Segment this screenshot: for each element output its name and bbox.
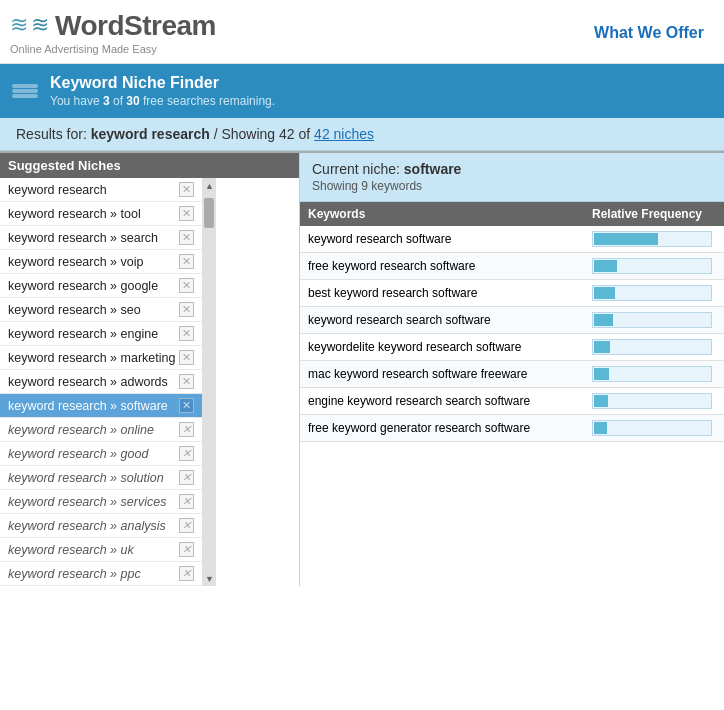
sidebar-item[interactable]: keyword research » uk✕: [0, 538, 202, 562]
frequency-bar-container: [592, 366, 712, 382]
logo-text: WordStream: [55, 10, 216, 42]
current-niche-name: software: [404, 161, 462, 177]
frequency-bar-fill: [594, 341, 610, 353]
keyword-cell: keyword research search software: [300, 307, 584, 334]
sidebar-item[interactable]: keyword research » solution✕: [0, 466, 202, 490]
total-niches-link[interactable]: 42 niches: [314, 126, 374, 142]
sidebar-item-close[interactable]: ✕: [179, 326, 194, 341]
banner-waves-icon: [12, 84, 38, 98]
sidebar-item-label: keyword research » services: [8, 495, 166, 509]
sidebar-item-label: keyword research » analysis: [8, 519, 166, 533]
keyword-cell: engine keyword research search software: [300, 388, 584, 415]
sidebar-scrollbar[interactable]: ▲ ▼: [202, 178, 216, 586]
sidebar-item-close[interactable]: ✕: [179, 182, 194, 197]
results-bar: Results for: keyword research / Showing …: [0, 118, 724, 151]
keyword-cell: mac keyword research software freeware: [300, 361, 584, 388]
frequency-bar-fill: [594, 260, 617, 272]
col-frequency: Relative Frequency: [584, 202, 724, 226]
keyword-cell: keywordelite keyword research software: [300, 334, 584, 361]
frequency-cell: [584, 226, 724, 253]
frequency-bar-fill: [594, 395, 608, 407]
sidebar-item-close[interactable]: ✕: [179, 566, 194, 581]
keyword-cell: free keyword generator research software: [300, 415, 584, 442]
logo-tagline: Online Advertising Made Easy: [10, 43, 157, 55]
tool-subtitle: You have 3 of 30 free searches remaining…: [50, 94, 708, 108]
frequency-cell: [584, 388, 724, 415]
sidebar-item-close[interactable]: ✕: [179, 446, 194, 461]
sidebar-item[interactable]: keyword research » marketing✕: [0, 346, 202, 370]
sidebar-item-close[interactable]: ✕: [179, 470, 194, 485]
frequency-bar-container: [592, 285, 712, 301]
sidebar-item-close[interactable]: ✕: [179, 422, 194, 437]
frequency-cell: [584, 307, 724, 334]
sidebar-item-label: keyword research » software: [8, 399, 168, 413]
sidebar-item-close[interactable]: ✕: [179, 302, 194, 317]
sidebar-item-label: keyword research » seo: [8, 303, 141, 317]
frequency-cell: [584, 253, 724, 280]
sidebar-item[interactable]: keyword research » good✕: [0, 442, 202, 466]
niche-title: Current niche: software: [312, 161, 712, 177]
sidebar-item[interactable]: keyword research » search✕: [0, 226, 202, 250]
sidebar-item[interactable]: keyword research » adwords✕: [0, 370, 202, 394]
table-row: mac keyword research software freeware: [300, 361, 724, 388]
sidebar-item-close[interactable]: ✕: [179, 206, 194, 221]
sidebar-item[interactable]: keyword research » seo✕: [0, 298, 202, 322]
sidebar-item-label: keyword research » marketing: [8, 351, 175, 365]
sidebar-item-close[interactable]: ✕: [179, 542, 194, 557]
sidebar-item-close[interactable]: ✕: [179, 398, 194, 413]
what-we-offer-link[interactable]: What We Offer: [594, 24, 704, 42]
niche-header: Current niche: software Showing 9 keywor…: [300, 153, 724, 202]
sidebar-item-label: keyword research » ppc: [8, 567, 141, 581]
frequency-bar-fill: [594, 287, 615, 299]
tool-title: Keyword Niche Finder: [50, 74, 708, 92]
searches-remaining: 3: [103, 94, 110, 108]
sidebar-item-label: keyword research » good: [8, 447, 148, 461]
sidebar-item[interactable]: keyword research » voip✕: [0, 250, 202, 274]
frequency-bar-container: [592, 420, 712, 436]
table-row: engine keyword research search software: [300, 388, 724, 415]
keyword-cell: keyword research software: [300, 226, 584, 253]
frequency-bar-container: [592, 258, 712, 274]
scroll-down-arrow[interactable]: ▼: [205, 573, 214, 586]
sidebar-item[interactable]: keyword research✕: [0, 178, 202, 202]
sidebar-item[interactable]: keyword research » tool✕: [0, 202, 202, 226]
sidebar-item-close[interactable]: ✕: [179, 374, 194, 389]
sidebar-scroll-wrapper: keyword research✕keyword research » tool…: [0, 178, 299, 586]
sidebar-item-close[interactable]: ✕: [179, 494, 194, 509]
sidebar-item-label: keyword research: [8, 183, 107, 197]
sidebar-item[interactable]: keyword research » google✕: [0, 274, 202, 298]
sidebar-item[interactable]: keyword research » engine✕: [0, 322, 202, 346]
sidebar-item[interactable]: keyword research » ppc✕: [0, 562, 202, 586]
frequency-bar-container: [592, 312, 712, 328]
logo-waves-icon: ≋ ≋: [10, 14, 49, 36]
table-row: keywordelite keyword research software: [300, 334, 724, 361]
frequency-bar-fill: [594, 314, 613, 326]
showing-count: 42: [279, 126, 295, 142]
table-row: free keyword generator research software: [300, 415, 724, 442]
sidebar-item[interactable]: keyword research » services✕: [0, 490, 202, 514]
frequency-cell: [584, 280, 724, 307]
sidebar-item-close[interactable]: ✕: [179, 350, 194, 365]
sidebar-item-label: keyword research » search: [8, 231, 158, 245]
searches-total: 30: [126, 94, 139, 108]
sidebar-item-label: keyword research » tool: [8, 207, 141, 221]
frequency-bar-container: [592, 393, 712, 409]
frequency-cell: [584, 415, 724, 442]
sidebar-item-close[interactable]: ✕: [179, 230, 194, 245]
col-keywords: Keywords: [300, 202, 584, 226]
frequency-cell: [584, 334, 724, 361]
sidebar-item-label: keyword research » engine: [8, 327, 158, 341]
sidebar-item[interactable]: keyword research » software✕: [0, 394, 202, 418]
page-header: ≋ ≋ WordStream Online Advertising Made E…: [0, 0, 724, 64]
logo-row: ≋ ≋ WordStream: [10, 10, 216, 42]
sidebar-item-label: keyword research » solution: [8, 471, 164, 485]
scroll-up-arrow[interactable]: ▲: [205, 180, 214, 193]
sidebar-item[interactable]: keyword research » online✕: [0, 418, 202, 442]
sidebar-item[interactable]: keyword research » analysis✕: [0, 514, 202, 538]
scroll-thumb[interactable]: [204, 198, 214, 228]
sidebar-item-close[interactable]: ✕: [179, 254, 194, 269]
sidebar-item-close[interactable]: ✕: [179, 278, 194, 293]
sidebar-item-close[interactable]: ✕: [179, 518, 194, 533]
tool-banner: Keyword Niche Finder You have 3 of 30 fr…: [0, 64, 724, 118]
frequency-bar-fill: [594, 422, 607, 434]
